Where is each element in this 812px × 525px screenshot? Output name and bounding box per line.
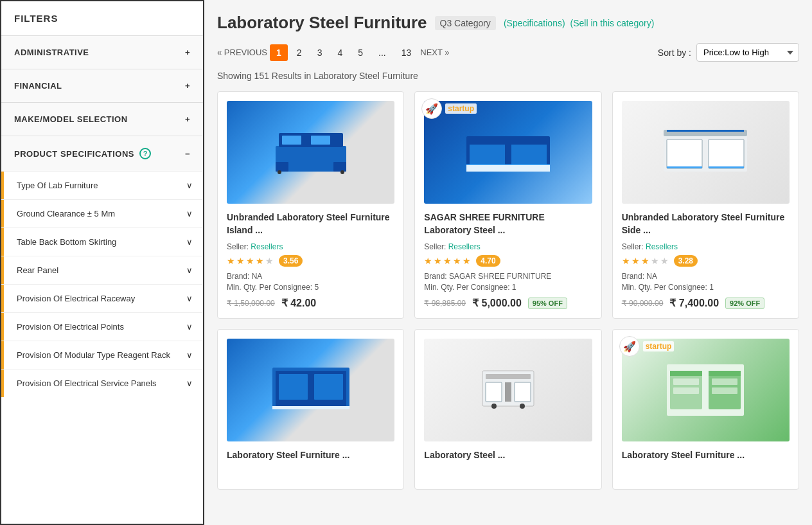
spec-filter-table-back-skirting[interactable]: Table Back Bottom Skirting ∨	[1, 227, 203, 256]
svg-rect-17	[667, 139, 702, 168]
svg-rect-30	[505, 382, 511, 402]
chevron-down-icon: ∨	[186, 265, 193, 275]
spec-filter-label: Table Back Bottom Skirting	[17, 237, 116, 247]
product-card-p1[interactable]: Unbranded Laboratory Steel Furniture Isl…	[217, 91, 404, 319]
star3: ★	[641, 256, 649, 266]
stars-p3: ★ ★ ★ ★ ★	[622, 256, 669, 266]
svg-rect-19	[667, 130, 744, 132]
product-image-p1	[227, 101, 394, 204]
spec-filter-rear-panel[interactable]: Rear Panel ∨	[1, 256, 203, 284]
sell-in-category-link[interactable]: (Sell in this category)	[570, 18, 655, 28]
filter-financial-header[interactable]: FINANCIAL +	[1, 69, 203, 102]
filter-administrative-header[interactable]: ADMINISTRATIVE +	[1, 36, 203, 69]
startup-text-p2: startup	[445, 103, 477, 114]
star2: ★	[236, 256, 245, 266]
star5: ★	[463, 256, 471, 266]
product-name-p2: SAGAR SHREE FURNITURE Laboratory Steel .…	[424, 211, 592, 237]
startup-badge-p6: 🚀 startup	[619, 336, 675, 357]
page-5-button[interactable]: 5	[351, 44, 369, 61]
spec-filter-ground-clearance[interactable]: Ground Clearance ± 5 Mm ∨	[1, 199, 203, 227]
product-card-p3[interactable]: Unbranded Laboratory Steel Furniture Sid…	[612, 91, 799, 319]
product-name-p3: Unbranded Laboratory Steel Furniture Sid…	[622, 211, 790, 237]
page-3-button[interactable]: 3	[311, 44, 329, 61]
seller-line-p1: Seller: Resellers	[227, 242, 394, 251]
svg-rect-40	[712, 378, 737, 385]
filter-product-specs-label: PRODUCT SPECIFICATIONS	[14, 149, 134, 159]
stars-p2: ★ ★ ★ ★ ★	[424, 256, 471, 266]
svg-rect-41	[673, 387, 699, 394]
chevron-down-icon: ∨	[186, 378, 193, 388]
svg-rect-28	[486, 374, 531, 379]
seller-link-p3[interactable]: Resellers	[646, 242, 678, 251]
svg-rect-6	[278, 170, 281, 174]
filter-product-specs-icon: −	[185, 149, 190, 159]
chevron-down-icon: ∨	[186, 209, 193, 218]
seller-link-p1[interactable]: Resellers	[251, 242, 283, 251]
chevron-down-icon: ∨	[186, 322, 193, 332]
filter-administrative-label: ADMINISTRATIVE	[14, 48, 89, 57]
rating-score-p3: 3.28	[674, 255, 698, 267]
svg-rect-26	[272, 406, 349, 409]
specifications-link[interactable]: (Specifications)	[504, 18, 565, 28]
product-card-p2[interactable]: 🚀 startup SAGAR SHREE FURNITURE Laborato…	[414, 91, 601, 319]
svg-rect-24	[279, 374, 308, 400]
seller-line-p2: Seller: Resellers	[424, 242, 592, 251]
brand-p2: Brand: SAGAR SHREE FURNITURE	[424, 272, 592, 281]
svg-rect-4	[276, 162, 288, 172]
info-icon[interactable]: ?	[139, 148, 151, 159]
page-13-button[interactable]: 13	[395, 44, 418, 61]
svg-rect-18	[709, 139, 744, 168]
page-2-button[interactable]: 2	[290, 44, 308, 61]
header-links: (Specifications) (Sell in this category)	[504, 18, 654, 28]
brand-p3: Brand: NA	[622, 272, 790, 281]
sort-select[interactable]: Price:Low to High Price:High to Low Rati…	[696, 43, 799, 62]
filter-product-specs-left: PRODUCT SPECIFICATIONS ?	[14, 148, 151, 159]
product-card-p6[interactable]: 🚀 startup Laboratory Steel Furniture ...	[612, 329, 799, 490]
price-row-p1: ₹ 1,50,000.00 ₹ 42.00	[227, 297, 394, 309]
original-price-p2: ₹ 98,885.00	[424, 299, 466, 308]
spec-filter-electrical-points[interactable]: Provision Of Electrical Points ∨	[1, 312, 203, 341]
product-image-p4	[227, 339, 394, 441]
rating-row-p1: ★ ★ ★ ★ ★ 3.56	[227, 255, 394, 267]
spec-filter-label: Type Of Lab Furniture	[17, 181, 98, 190]
results-count: Showing 151 Results in Laboratory Steel …	[217, 71, 799, 81]
seller-link-p2[interactable]: Resellers	[448, 242, 481, 251]
svg-point-32	[491, 404, 497, 409]
svg-rect-3	[311, 136, 330, 145]
page-1-button[interactable]: 1	[270, 44, 288, 61]
product-card-p5[interactable]: Laboratory Steel ...	[414, 329, 601, 490]
current-price-p1: ₹ 42.00	[281, 297, 316, 309]
svg-rect-5	[333, 162, 346, 172]
spec-filter-label: Rear Panel	[17, 265, 58, 275]
svg-rect-37	[670, 371, 702, 376]
spec-filter-electrical-raceway[interactable]: Provision Of Electrical Raceway ∨	[1, 284, 203, 312]
svg-rect-14	[466, 165, 550, 172]
original-price-p3: ₹ 90,000.00	[622, 299, 664, 308]
discount-badge-p3: 92% OFF	[725, 298, 764, 309]
chevron-down-icon: ∨	[186, 181, 193, 190]
pagination: « PREVIOUS 1 2 3 4 5 ... 13 NEXT »	[217, 44, 450, 61]
svg-rect-11	[470, 139, 505, 145]
star1: ★	[622, 256, 630, 266]
spec-filter-label: Ground Clearance ± 5 Mm	[17, 209, 115, 218]
svg-rect-12	[511, 139, 547, 145]
rating-score-p2: 4.70	[476, 255, 500, 267]
page-4-button[interactable]: 4	[331, 44, 349, 61]
stars-p1: ★ ★ ★ ★ ★	[227, 256, 274, 266]
rating-row-p3: ★ ★ ★ ★ ★ 3.28	[622, 255, 790, 267]
rating-score-p1: 3.56	[279, 255, 303, 267]
spec-filter-reagent-rack[interactable]: Provision Of Modular Type Reagent Rack ∨	[1, 341, 203, 369]
current-price-p2: ₹ 5,000.00	[472, 297, 522, 309]
spec-filter-type-lab-furniture[interactable]: Type Of Lab Furniture ∨	[1, 171, 203, 199]
product-card-p4[interactable]: Laboratory Steel Furniture ...	[217, 329, 404, 490]
svg-rect-42	[712, 387, 737, 394]
star5: ★	[660, 256, 669, 266]
next-button[interactable]: NEXT »	[420, 48, 449, 57]
svg-rect-39	[673, 378, 699, 385]
prev-button[interactable]: « PREVIOUS	[217, 48, 267, 57]
filter-section-product-specs[interactable]: PRODUCT SPECIFICATIONS ? −	[1, 136, 203, 171]
filter-make-model-header[interactable]: MAKE/MODEL SELECTION +	[1, 103, 203, 136]
spec-filter-service-panels[interactable]: Provision Of Electrical Service Panels ∨	[1, 369, 203, 397]
pagination-bar: « PREVIOUS 1 2 3 4 5 ... 13 NEXT » Sort …	[217, 43, 799, 62]
filter-financial-label: FINANCIAL	[14, 81, 62, 91]
